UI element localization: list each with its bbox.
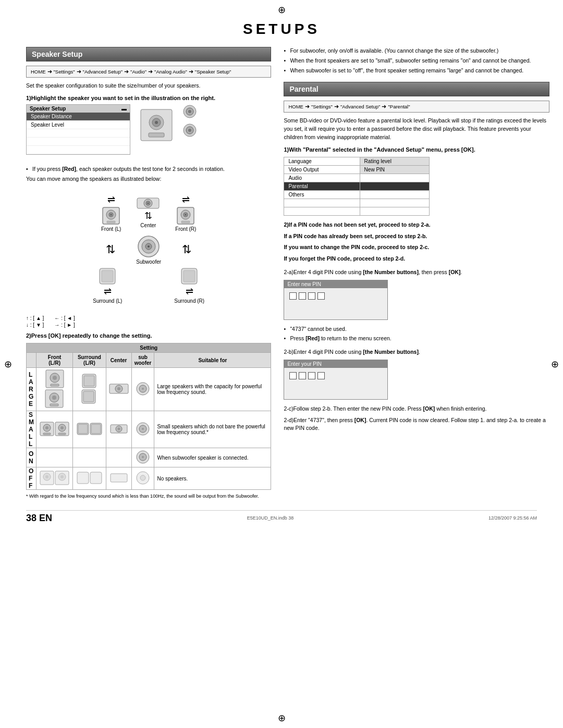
large-center (106, 368, 131, 411)
reg-mark-right: ⊕ (551, 359, 559, 370)
on-front (36, 448, 73, 467)
parental-section: Parental HOME ➜ "Settings" ➜ "Advanced S… (284, 82, 549, 433)
parental-col-parental: Parental (284, 182, 360, 190)
off-label: OFF (27, 467, 36, 490)
pin-new-title: Enter new PIN (284, 280, 387, 288)
key-down: ↓ : [ ▼ ] (26, 322, 44, 328)
menu-title: Speaker Setup ▬ (27, 105, 130, 113)
page-number: 38 EN (26, 513, 52, 524)
off-front (36, 467, 73, 490)
svg-rect-44 (83, 391, 94, 402)
off-center (106, 467, 131, 490)
large-desc: Large speakers with the capacity for pow… (154, 368, 271, 411)
step1-heading: 1)Highlight the speaker you want to set … (26, 94, 271, 102)
surround-l-label: Surround (L) (93, 298, 122, 304)
svg-point-35 (53, 376, 57, 380)
svg-rect-79 (90, 472, 102, 484)
speaker-preview (136, 104, 177, 146)
small-desc: Small speakers which do not bare the pow… (154, 411, 271, 448)
parental-nav-home: HOME (288, 104, 303, 109)
parental-row-audio: Audio (284, 174, 430, 182)
parental-header: Parental (284, 82, 549, 96)
parental-row-language: Language Rating level (284, 157, 430, 165)
svg-rect-78 (77, 472, 89, 484)
diagram-row-sub: ⇅ Subwoofer ⇅ (26, 235, 271, 265)
parental-row-empty2 (284, 207, 430, 215)
svg-point-10 (188, 129, 191, 132)
center-label: Center (140, 223, 156, 228)
right-column: For subwoofer, only on/off is available.… (284, 47, 549, 500)
parental-nav: HOME ➜ "Settings" ➜ "Advanced Setup" ➜ "… (284, 101, 549, 113)
col-suitable: Suitable for (154, 353, 271, 368)
small-row: SMALL (27, 411, 271, 448)
center-cell: ⇅ Center (137, 198, 160, 228)
parental-nav-settings: "Settings" (311, 104, 333, 109)
menu-item-speaker-distance: Speaker Distance (27, 113, 130, 121)
svg-rect-62 (91, 424, 101, 434)
col-front: Front(L/R) (36, 353, 73, 368)
svg-point-82 (140, 475, 145, 480)
step2c-text: 2-c)Follow step 2-b. Then enter the new … (284, 405, 549, 413)
on-center (106, 448, 131, 467)
pin-enter-dot-2 (299, 372, 306, 379)
nav-audio: "Audio" (130, 69, 146, 75)
on-label: ON (27, 448, 36, 467)
key-right: → : [ ► ] (54, 322, 75, 328)
off-sub (131, 467, 154, 490)
parental-col-audio-right (360, 174, 430, 182)
svg-point-68 (142, 428, 144, 430)
svg-rect-15 (107, 221, 115, 223)
speaker-setup-nav: HOME ➜ "Settings" ➜ "Advanced Setup" ➜ "… (26, 66, 271, 78)
parental-nav-advanced: "Advanced Setup" (340, 104, 380, 109)
settings-table: Setting Front(L/R) Surround(L/R) Center … (26, 343, 271, 490)
pin-enter-title: Enter your PIN (284, 360, 387, 368)
front-r-label: Front (R) (175, 226, 196, 232)
svg-rect-60 (78, 424, 88, 434)
parental-col-video: Video Output (284, 165, 360, 174)
svg-rect-36 (51, 384, 59, 386)
col-sub: subwoofer (131, 353, 154, 368)
svg-point-3 (155, 121, 158, 124)
pin-enter-dot-1 (289, 372, 297, 379)
key-left: ← : [ ◄ ] (54, 315, 75, 321)
front-l-cell: ⇌ Front (L) (101, 194, 121, 232)
table-footnote: * With regard to the low frequency sound… (26, 493, 271, 500)
large-surround (73, 368, 106, 411)
page-title: SETUPS (26, 21, 537, 38)
svg-point-74 (45, 475, 48, 478)
svg-point-71 (142, 456, 144, 458)
svg-point-23 (185, 214, 187, 215)
subwoofer-icon (137, 235, 160, 258)
parental-col-parental-right (360, 182, 430, 190)
pin-note1: "4737" cannot be used. (284, 325, 549, 334)
svg-rect-32 (183, 270, 195, 282)
reg-mark-top: ⊕ (278, 4, 286, 16)
parental-col-newpin: New PIN (360, 165, 430, 174)
speaker-setup-section: Speaker Setup HOME ➜ "Settings" ➜ "Advan… (26, 47, 271, 500)
footer-file: E5E10UD_EN.indb 38 (247, 515, 294, 521)
svg-rect-54 (43, 433, 51, 435)
diagram-row-surround: ⇌ Surround (L) ⇌ Surround (R) (26, 268, 271, 304)
svg-point-47 (117, 387, 120, 390)
parental-col-others: Others (284, 190, 360, 199)
surround-l-icon (99, 268, 116, 285)
large-sub (131, 368, 154, 411)
step2-heading: 2)Press [OK] repeatedly to change the se… (26, 332, 271, 340)
large-row: LARGE (27, 368, 271, 411)
pin-enter-dot-4 (317, 372, 325, 379)
center-speaker-icon (137, 198, 160, 209)
svg-rect-30 (102, 270, 113, 282)
red-tip: If you press [Red], each speaker outputs… (26, 165, 271, 174)
page-footer: 38 EN E5E10UD_EN.indb 38 12/28/2007 9:25… (26, 510, 537, 524)
subwoofer-label: Subwoofer (136, 259, 161, 265)
svg-rect-4 (149, 133, 164, 137)
svg-point-28 (148, 245, 150, 248)
step2a-line: 2)If a PIN code has not been set yet, pr… (284, 221, 549, 229)
nav-analog: "Analog Audio" (154, 69, 187, 75)
col-center: Center (106, 353, 131, 368)
off-row: OFF (27, 467, 271, 490)
parental-row-parental: Parental (284, 182, 430, 190)
pin-enter-dots (284, 368, 387, 384)
pin-enter-box: Enter your PIN (284, 360, 388, 400)
svg-rect-58 (58, 433, 66, 435)
